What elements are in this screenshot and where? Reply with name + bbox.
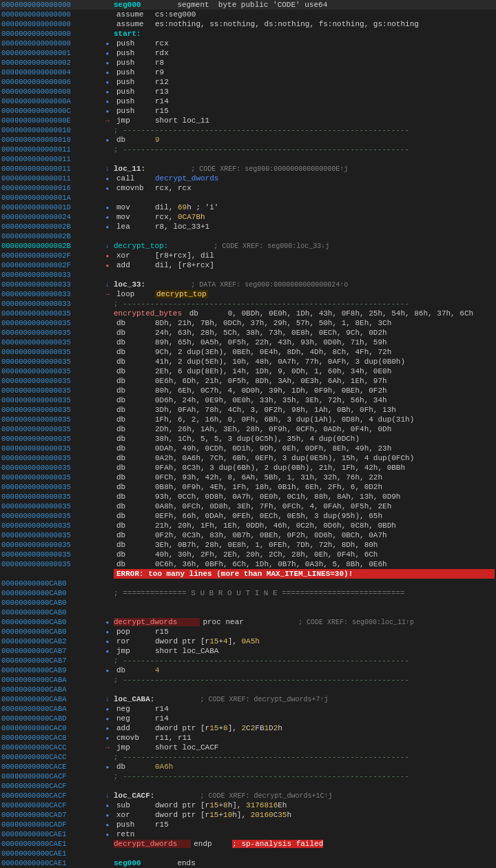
disasm-line[interactable]: 0000000000000035db8Dh, 21h, 7Bh, 0DCh, 3… [0, 318, 496, 328]
disasm-line[interactable]: 0000000000000035db3Dh, 0FAh, 78h, 4Ch, 3… [0, 405, 496, 415]
disasm-line[interactable]: 00000000000CAD7●xordword ptr [r15+10h], … [0, 810, 496, 820]
disasm-line[interactable]: 0000000000000035db24h, 63h, 28h, 5Ch, 38… [0, 328, 496, 338]
disasm-line[interactable]: 0000000000000035encrypted_bytes db0, 0BD… [0, 309, 496, 318]
disasm-line[interactable]: 00000000000CACC; -----------------------… [0, 752, 496, 762]
disasm-line[interactable]: 00000000000CACF↓loc_CACF: ; CODE XREF: d… [0, 791, 496, 800]
disasm-line[interactable]: 00000000000CABA; -----------------------… [0, 675, 496, 685]
disasm-line[interactable]: 0000000000000035db0F2h, 0C3h, 83h, 0B7h,… [0, 530, 496, 540]
disasm-line[interactable]: 0000000000000033 [0, 270, 496, 280]
disasm-line[interactable]: 00000000000CABA●negr14 [0, 704, 496, 714]
disasm-line[interactable]: 00000000000CABA [0, 685, 496, 694]
disasm-line[interactable]: 000000000000002F●adddil, [r8+rcx] [0, 260, 496, 270]
disasm-line[interactable]: 0000000000000035db2Dh, 26h, 1Ah, 3Eh, 28… [0, 424, 496, 434]
disasm-line[interactable]: 0000000000000033→loopdecrypt_top [0, 289, 496, 299]
disasm-line[interactable]: 00000000000CABD●negr14 [0, 714, 496, 723]
disasm-line[interactable]: 00000000000CAB0 [0, 579, 496, 588]
disasm-line[interactable]: 000000000000002B●lear8, loc_33+1 [0, 222, 496, 231]
disasm-line[interactable]: 0000000000000011↓loc_11: ; CODE XREF: se… [0, 164, 496, 174]
disasm-line[interactable]: 000000000000002B↓decrypt_top: ; CODE XRE… [0, 241, 496, 251]
disasm-line[interactable]: 000000000000000E→jmpshort loc_11 [0, 116, 496, 125]
disasm-line[interactable]: 0000000000000035db0A2h, 0A6h, 7Ch, 6Bh, … [0, 453, 496, 463]
disasm-line[interactable]: 00000000000CAB9●db4 [0, 665, 496, 675]
mnemonic: cmovnb [114, 184, 155, 192]
disasm-line[interactable]: 0000000000000000assumees:nothing, ss:not… [0, 19, 496, 29]
disasm-line[interactable]: 0000000000000033↓loc_33: ; DATA XREF: se… [0, 280, 496, 289]
db-directive: db [114, 560, 155, 568]
disasm-line[interactable]: 00000000000CACF; -----------------------… [0, 772, 496, 781]
disasm-line[interactable]: 00000000000CAB0●decrypt_dwords proc near… [0, 617, 496, 627]
disasm-line[interactable]: ERROR: too many lines (more than MAX_ITE… [0, 569, 496, 579]
disasm-line[interactable]: 0000000000000033; ----------------------… [0, 299, 496, 309]
disasm-line[interactable]: 0000000000000008●pushr13 [0, 87, 496, 96]
disasm-line[interactable]: 000000000000001A [0, 193, 496, 203]
disasm-line[interactable]: 0000000000000035db0A8h, 0FCh, 0D8h, 3Eh,… [0, 502, 496, 511]
disasm-line[interactable]: 00000000000CADF●pushr15 [0, 820, 496, 829]
disasm-line[interactable]: 0000000000000035db0FAh, 0C3h, 3 dup(6Bh)… [0, 463, 496, 473]
disasm-line[interactable]: 00000000000CAB0 [0, 608, 496, 617]
disasm-line[interactable]: 0000000000000035db0C6h, 36h, 0BFh, 6Ch, … [0, 559, 496, 569]
disasm-line[interactable]: 00000000000CABA↓loc_CABA: ; CODE XREF: d… [0, 694, 496, 704]
disasm-line[interactable]: 0000000000000035db1Fh, 6, 2, 16h, 0, 0Fh… [0, 415, 496, 424]
disasm-line[interactable]: 00000000000CAE1●retn [0, 829, 496, 839]
mnemonic: xor [114, 811, 155, 819]
disasm-line[interactable]: 00000000000CAE1 [0, 849, 496, 858]
disasm-line[interactable]: 0000000000000035db93h, 0CCh, 0D8h, 0A7h,… [0, 492, 496, 502]
address: 0000000000000035 [1, 483, 101, 491]
disasm-line[interactable]: 0000000000000035db21h, 20h, 1Fh, 1Eh, 0D… [0, 521, 496, 530]
disasm-line[interactable]: 00000000000CACF●subdword ptr [r15+8h], 3… [0, 800, 496, 810]
disasm-line[interactable]: 0000000000000035db0FCh, 93h, 42h, 8, 6Ah… [0, 473, 496, 482]
disasm-line[interactable]: 00000000000CACC→jmpshort loc_CACF [0, 743, 496, 752]
disasm-line[interactable]: 0000000000000035db3Eh, 0B7h, 28h, 0E8h, … [0, 540, 496, 550]
disasm-line[interactable]: 0000000000000006●pushr12 [0, 77, 496, 87]
disasm-line[interactable]: 0000000000000011●calldecrypt_dwords [0, 174, 496, 183]
disasm-line[interactable]: 00000000000CAC0●adddword ptr [r15+8], 2C… [0, 723, 496, 733]
disasm-line[interactable]: 000000000000000A●pushr14 [0, 96, 496, 106]
disasm-line[interactable]: 00000000000CAC8●cmovbr11, r11 [0, 733, 496, 743]
address: 00000000000CACC [1, 743, 101, 752]
disasm-line[interactable]: 0000000000000011; ----------------------… [0, 145, 496, 154]
disasm-line[interactable]: 0000000000000035db0DAh, 49h, 0CDh, 0D1h,… [0, 444, 496, 453]
disasm-line[interactable]: 0000000000000035db0EFh, 66h, 0DAh, 0FEh,… [0, 511, 496, 521]
disasm-line[interactable]: 0000000000000035db0D6h, 24h, 0E9h, 0E0h,… [0, 395, 496, 405]
disasm-line[interactable]: 0000000000000035db41h, 2 dup(5Eh), 10h, … [0, 357, 496, 366]
disasm-line[interactable]: 0000000000000035db38h, 1Ch, 5, 5, 3 dup(… [0, 434, 496, 444]
breakpoint-dot: ● [101, 639, 114, 645]
disasm-line[interactable]: 00000000000CACF [0, 781, 496, 791]
disasm-line[interactable]: 0000000000000010●db9 [0, 135, 496, 145]
disasm-line[interactable]: 00000000000CAE1decrypt_dwords endp ; sp-… [0, 839, 496, 849]
address: 0000000000000035 [1, 415, 101, 424]
disasm-line[interactable]: 0000000000000035db40h, 30h, 2Fh, 2Eh, 20… [0, 550, 496, 559]
disasm-line[interactable]: 00000000000CAB2●rordword ptr [r15+4], 0A… [0, 637, 496, 646]
disasm-line[interactable]: 0000000000000000●pushrcx [0, 39, 496, 48]
disasm-line[interactable]: 0000000000000035db9Ch, 2 dup(3Eh), 0BEh,… [0, 347, 496, 357]
disasm-line[interactable]: 00000000000CACE●db0A6h [0, 762, 496, 772]
disasm-line[interactable]: 0000000000000035db0E6h, 6Dh, 21h, 0F5h, … [0, 376, 496, 386]
disasm-line[interactable]: 000000000000001D●movdil, 69h ; 'i' [0, 203, 496, 212]
disasm-line[interactable]: 0000000000000000assumecs:seg000 [0, 10, 496, 19]
disasm-line[interactable]: 0000000000000000seg000 segment byte publ… [0, 0, 496, 10]
sp-analysis-error: ; sp-analysis failed [232, 840, 323, 848]
disasm-line[interactable]: 000000000000002B [0, 231, 496, 241]
disasm-line[interactable]: 0000000000000035db2Eh, 6 dup(8Eh), 14h, … [0, 366, 496, 376]
disasm-line[interactable]: 0000000000000000start: [0, 29, 496, 39]
disasm-line[interactable]: 00000000000CAB0; ============== S U B R … [0, 588, 496, 598]
disasm-line[interactable]: 0000000000000001●pushrdx [0, 48, 496, 58]
disasm-line[interactable]: 0000000000000035db80h, 6Eh, 0C7h, 4, 0D0… [0, 386, 496, 395]
disasm-line[interactable]: 000000000000002F●xor[r8+rcx], dil [0, 251, 496, 260]
disasm-line[interactable]: 0000000000000011 [0, 154, 496, 164]
disasm-line[interactable]: 00000000000CAB7; -----------------------… [0, 656, 496, 665]
disasm-line[interactable]: 00000000000CAB0 [0, 598, 496, 608]
disasm-line[interactable]: 0000000000000016●cmovnbrcx, rcx [0, 183, 496, 193]
disasm-line[interactable]: 0000000000000004●pushr9 [0, 68, 496, 77]
disasm-line[interactable]: 0000000000000010; ----------------------… [0, 125, 496, 135]
disasm-line[interactable]: 00000000000CAB7●jmpshort loc_CABA [0, 646, 496, 656]
disasm-line[interactable]: 0000000000000024●movrcx, 0CA7Bh [0, 212, 496, 222]
disasm-line[interactable]: 0000000000000002●pushr8 [0, 58, 496, 68]
disasm-line[interactable]: 000000000000000C●pushr15 [0, 106, 496, 116]
disasm-line[interactable]: 00000000000CAE1seg000 ends [0, 858, 496, 868]
disasm-line[interactable]: 0000000000000035db89h, 65h, 0A5h, 0F5h, … [0, 338, 496, 347]
address: 000000000000001A [1, 194, 101, 202]
disasm-line[interactable]: 00000000000CAB0●popr15 [0, 627, 496, 637]
address: 0000000000000000 [1, 39, 101, 48]
disasm-line[interactable]: 0000000000000035db0B8h, 0F9h, 4Eh, 1Fh, … [0, 482, 496, 492]
